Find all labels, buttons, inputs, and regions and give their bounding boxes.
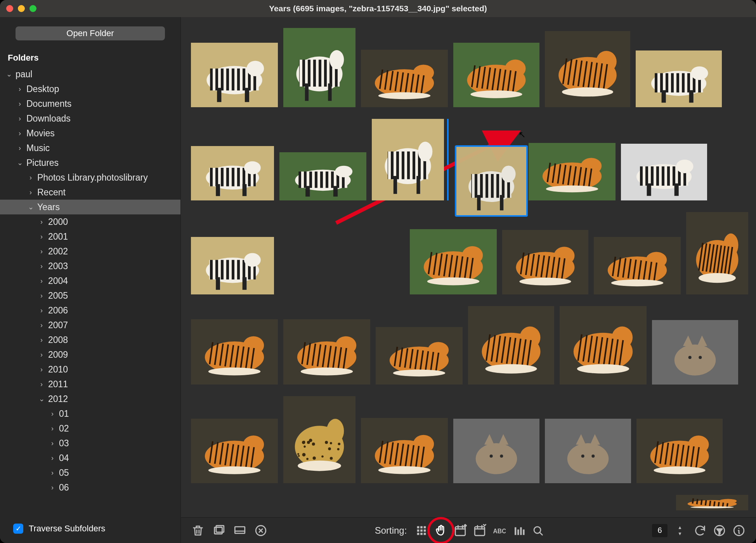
thumbnail[interactable] — [191, 319, 278, 385]
sort-manual-button[interactable] — [433, 523, 449, 538]
thumbnail[interactable] — [468, 306, 554, 385]
tree-item[interactable]: ›Recent — [0, 185, 180, 200]
folder-tree[interactable]: ⌄paul›Desktop›Documents›Downloads›Movies… — [0, 67, 180, 517]
thumbnail[interactable] — [529, 143, 616, 200]
tree-item[interactable]: ›Music — [0, 141, 180, 155]
sort-stats-button[interactable] — [511, 523, 526, 538]
present-button[interactable] — [232, 523, 248, 538]
close-window-button[interactable] — [6, 5, 13, 12]
thumbnail[interactable] — [361, 418, 448, 483]
tree-item[interactable]: ›Movies — [0, 126, 180, 141]
stack-button[interactable] — [211, 523, 227, 538]
refresh-button[interactable] — [692, 523, 708, 538]
tree-item[interactable]: ›2009 — [0, 347, 180, 362]
tree-item[interactable]: ›Downloads — [0, 111, 180, 126]
thumbnail[interactable] — [636, 419, 723, 483]
open-folder-button[interactable]: Open Folder — [16, 26, 165, 40]
thumbnail[interactable] — [376, 327, 463, 385]
thumbnail[interactable] — [283, 28, 355, 107]
chevron-right-icon[interactable]: › — [38, 351, 45, 359]
thumbnail[interactable] — [191, 237, 274, 294]
thumbnail[interactable] — [545, 419, 631, 483]
thumbnail[interactable] — [636, 50, 722, 107]
traverse-subfolders-row[interactable]: ✓ Traverse Subfolders — [0, 517, 180, 543]
tree-item[interactable]: ›2001 — [0, 229, 180, 244]
tree-item[interactable]: ›2005 — [0, 288, 180, 303]
thumbnail[interactable] — [453, 419, 539, 483]
chevron-right-icon[interactable]: › — [27, 174, 34, 182]
chevron-right-icon[interactable]: › — [38, 262, 45, 270]
info-button[interactable] — [731, 523, 747, 538]
thumbnail[interactable] — [191, 419, 278, 483]
chevron-right-icon[interactable]: › — [49, 454, 56, 462]
tree-item[interactable]: ⌄Pictures — [0, 155, 180, 170]
sort-date-asc-button[interactable] — [453, 523, 468, 538]
filter-button[interactable] — [712, 523, 727, 538]
tree-item[interactable]: ›2007 — [0, 318, 180, 332]
thumbnail[interactable] — [283, 396, 355, 483]
tree-item[interactable]: ›Photos Library.photoslibrary — [0, 170, 180, 185]
sort-name-button[interactable]: ABC — [491, 523, 507, 538]
chevron-down-icon[interactable]: ⌄ — [38, 395, 45, 403]
minimize-window-button[interactable] — [18, 5, 25, 12]
thumbnail[interactable] — [191, 43, 278, 107]
thumbnail[interactable] — [545, 31, 630, 107]
chevron-right-icon[interactable]: › — [38, 365, 45, 374]
thumbnail[interactable] — [594, 237, 681, 294]
sort-grid-button[interactable] — [414, 523, 429, 538]
sort-date-desc-button[interactable] — [472, 523, 487, 538]
thumbnail[interactable] — [372, 119, 444, 200]
thumbnail[interactable] — [453, 43, 539, 107]
trash-button[interactable] — [190, 523, 206, 538]
thumbnail[interactable] — [676, 495, 748, 510]
tree-item[interactable]: ›2000 — [0, 214, 180, 229]
chevron-down-icon[interactable]: ⌄ — [27, 203, 34, 211]
thumbnail[interactable] — [279, 152, 366, 200]
chevron-right-icon[interactable]: › — [49, 469, 56, 477]
tree-item[interactable]: ›2006 — [0, 303, 180, 318]
chevron-right-icon[interactable]: › — [16, 85, 23, 93]
tree-item[interactable]: ›2011 — [0, 377, 180, 392]
tree-item[interactable]: ›Desktop — [0, 82, 180, 96]
tree-item[interactable]: ›05 — [0, 465, 180, 480]
chevron-right-icon[interactable]: › — [38, 218, 45, 226]
chevron-down-icon[interactable]: ⌄ — [16, 158, 23, 167]
chevron-right-icon[interactable]: › — [49, 410, 56, 418]
thumbnail[interactable] — [191, 146, 274, 200]
tree-item[interactable]: ›02 — [0, 421, 180, 436]
tree-item[interactable]: ›2003 — [0, 259, 180, 273]
thumbnail[interactable] — [502, 230, 588, 294]
tree-item[interactable]: ›2002 — [0, 244, 180, 259]
traverse-checkbox[interactable]: ✓ — [13, 524, 23, 534]
thumbnail[interactable] — [456, 146, 527, 216]
chevron-right-icon[interactable]: › — [49, 439, 56, 447]
chevron-right-icon[interactable]: › — [38, 306, 45, 315]
thumbnail[interactable] — [652, 320, 738, 385]
chevron-right-icon[interactable]: › — [38, 336, 45, 344]
chevron-right-icon[interactable]: › — [16, 100, 23, 108]
chevron-right-icon[interactable]: › — [38, 321, 45, 329]
chevron-right-icon[interactable]: › — [49, 425, 56, 433]
thumbnail[interactable] — [621, 144, 707, 200]
chevron-right-icon[interactable]: › — [16, 129, 23, 137]
zoom-window-button[interactable] — [29, 5, 36, 12]
tree-item[interactable]: ›2010 — [0, 362, 180, 377]
chevron-right-icon[interactable]: › — [38, 247, 45, 256]
thumbnail[interactable] — [361, 50, 448, 107]
thumbnail[interactable] — [686, 212, 748, 294]
tree-item[interactable]: ⌄Years — [0, 200, 180, 214]
sort-search-button[interactable] — [530, 523, 546, 538]
thumbnail[interactable] — [410, 229, 497, 294]
page-indicator[interactable]: 6 — [652, 524, 668, 537]
tree-item[interactable]: ›03 — [0, 436, 180, 451]
clear-button[interactable] — [253, 523, 269, 538]
chevron-right-icon[interactable]: › — [27, 188, 34, 197]
chevron-right-icon[interactable]: › — [38, 380, 45, 388]
tree-item[interactable]: ›2008 — [0, 332, 180, 347]
tree-item[interactable]: ›2004 — [0, 273, 180, 288]
tree-item[interactable]: ›06 — [0, 480, 180, 495]
chevron-right-icon[interactable]: › — [38, 233, 45, 241]
tree-item[interactable]: ⌄paul — [0, 67, 180, 82]
chevron-right-icon[interactable]: › — [16, 144, 23, 152]
page-stepper[interactable]: ▲ ▼ — [675, 524, 685, 538]
